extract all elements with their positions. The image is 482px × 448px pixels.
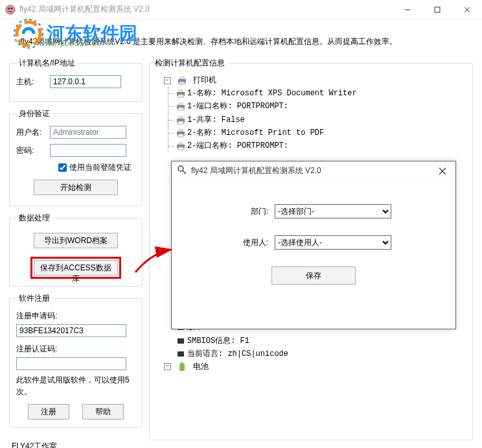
register-button[interactable]: 注册 [28,404,69,419]
data-group: 数据处理 导出到WORD档案 保存到ACCESS数据库 [9,213,143,287]
main-titlebar: fly42 局域网计算机配置检测系统 V2.0 [0,0,482,19]
svg-rect-36 [179,364,185,371]
close-button[interactable] [452,0,482,19]
register-group: 软件注册 注册申请码: 注册认证码: 此软件是试用版软件，可以使用5次。 注册 … [9,293,143,428]
footer-label: FLY42工作室 [12,441,143,448]
register-legend: 软件注册 [16,293,52,304]
config-info-legend: 检测计算机配置信息 [152,58,227,69]
search-icon [177,165,187,177]
svg-rect-20 [178,121,183,124]
minimize-button[interactable] [393,0,422,19]
auth-group: 身份验证 用户名: 密码: 使用当前登陆凭证 开始检测 [9,108,143,206]
dialog-titlebar[interactable]: fly42 局域网计算机配置检测系统 V2.0 [172,161,455,181]
window-title: fly42 局域网计算机配置检测系统 V2.0 [19,4,393,15]
password-input[interactable] [50,144,126,157]
password-label: 密码: [16,145,46,156]
dept-label: 部门: [236,206,268,217]
svg-rect-22 [178,129,183,132]
svg-rect-23 [178,134,183,137]
user-select[interactable]: -选择使用人- [275,235,391,250]
tree-item[interactable]: 1-端口名称: PORTPROMPT: [164,100,470,113]
collapse-icon[interactable]: − [164,77,171,84]
svg-rect-34 [178,338,184,344]
use-current-creds-label: 使用当前登陆凭证 [69,162,132,173]
tree-item[interactable]: 1-共享: False [164,113,470,126]
printer-icon [176,128,186,137]
save-dialog: fly42 局域网计算机配置检测系统 V2.0 部门: -选择部门- 使用人: … [171,161,456,329]
tree-label: 打印机 [193,76,216,85]
svg-rect-4 [435,7,440,12]
dialog-title: fly42 局域网计算机配置检测系统 V2.0 [191,165,430,176]
tree-item[interactable]: 1-名称: Microsoft XPS Document Writer [164,87,470,100]
username-label: 用户名: [16,127,46,138]
chip-icon [176,336,186,346]
host-group: 计算机名/IP地址 主机: [9,58,143,102]
svg-point-2 [11,7,13,9]
trial-note: 此软件是试用版软件，可以使用5次。 [16,374,135,397]
user-label: 使用人: [236,237,268,248]
svg-rect-19 [178,116,183,119]
svg-point-38 [178,166,183,171]
start-detect-button[interactable]: 开始检测 [34,180,118,195]
svg-rect-37 [181,362,183,364]
tree-printer-root[interactable]: − 打印机 1-名称: Microsoft XPS Document Write… [152,74,470,152]
svg-point-0 [6,5,15,14]
save-access-button[interactable]: 保存到ACCESS数据库 [34,260,118,276]
host-legend: 计算机名/IP地址 [16,58,78,69]
auth-legend: 身份验证 [16,108,52,119]
tree-item[interactable]: 2-端口名称: PORTPROMPT: [164,139,470,152]
dialog-save-button[interactable]: 保存 [271,266,356,285]
svg-rect-17 [178,108,183,110]
printer-icon [176,141,186,150]
svg-rect-25 [178,142,183,145]
svg-rect-11 [179,82,185,84]
host-label: 主机: [16,77,46,88]
battery-icon [177,362,187,371]
host-input[interactable] [50,75,121,88]
dept-select[interactable]: -选择部门- [275,204,391,218]
svg-rect-26 [178,147,183,150]
username-input[interactable] [50,126,126,139]
svg-rect-16 [178,102,183,105]
svg-rect-35 [178,351,184,357]
printer-icon [177,76,187,85]
svg-line-39 [183,171,186,174]
data-legend: 数据处理 [16,213,52,224]
reg-confirm-label: 注册认证码: [16,344,135,355]
intro-text: fly42局域网计算机检测系统V2.0 是主要用来解决检测、存档本地和远端计算机… [21,36,473,47]
tree-battery-root[interactable]: − 电池 [152,360,470,373]
export-word-button[interactable]: 导出到WORD档案 [34,233,118,248]
tree-item[interactable]: 当前语言: zh|CS|unicode [152,348,470,360]
chip-icon [176,349,186,359]
printer-icon [176,102,186,111]
app-icon [5,5,16,15]
help-button[interactable]: 帮助 [82,404,124,419]
reg-confirm-input[interactable] [16,357,126,370]
use-current-creds-checkbox[interactable] [58,163,67,172]
dialog-close-button[interactable] [430,161,455,181]
reg-apply-input[interactable] [16,324,126,337]
reg-apply-label: 注册申请码: [16,311,135,322]
maximize-button[interactable] [422,0,452,19]
tree-item[interactable]: SMBIOS信息: F1 [152,335,470,348]
printer-icon [176,115,186,124]
svg-rect-13 [178,89,183,92]
printer-icon [176,89,186,98]
svg-rect-14 [178,95,183,97]
tree-item[interactable]: 2-名称: Microsoft Print to PDF [164,126,470,139]
svg-rect-10 [179,77,185,79]
collapse-icon[interactable]: − [164,363,171,370]
svg-point-1 [8,7,10,9]
